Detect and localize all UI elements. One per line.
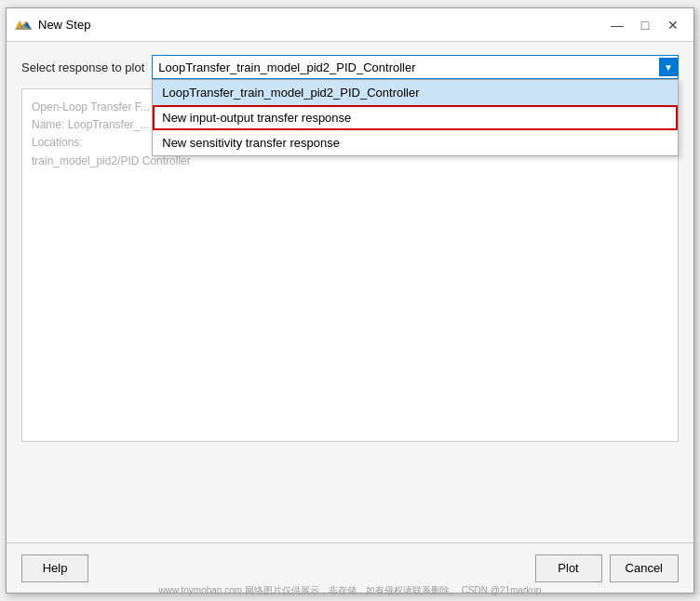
- main-window: New Step — □ ✕ Select response to plot L…: [6, 7, 694, 594]
- title-bar: New Step — □ ✕: [7, 8, 693, 42]
- dropdown-wrapper: LoopTransfer_train_model_pid2_PID_Contro…: [152, 55, 679, 79]
- minimize-button[interactable]: —: [604, 14, 630, 36]
- window-controls: — □ ✕: [604, 14, 686, 36]
- dropdown-menu: LoopTransfer_train_model_pid2_PID_Contro…: [152, 79, 679, 156]
- footer-left: Help: [21, 554, 88, 582]
- dropdown-button[interactable]: LoopTransfer_train_model_pid2_PID_Contro…: [152, 55, 679, 79]
- footer: Help Plot Cancel: [7, 542, 693, 593]
- cancel-button[interactable]: Cancel: [610, 554, 679, 582]
- select-label: Select response to plot: [21, 60, 144, 74]
- footer-right: Plot Cancel: [535, 554, 679, 582]
- dropdown-item-1[interactable]: New input-output transfer response: [153, 105, 678, 130]
- dropdown-item-2[interactable]: New sensitivity transfer response: [153, 130, 678, 155]
- maximize-button[interactable]: □: [632, 14, 658, 36]
- plot-button[interactable]: Plot: [535, 554, 602, 582]
- select-row: Select response to plot LoopTransfer_tra…: [21, 55, 679, 79]
- dropdown-selected-text: LoopTransfer_train_model_pid2_PID_Contro…: [158, 60, 659, 74]
- close-button[interactable]: ✕: [660, 14, 686, 36]
- app-icon: [14, 16, 33, 34]
- help-button[interactable]: Help: [21, 554, 88, 582]
- dropdown-arrow-icon: [659, 58, 678, 76]
- dropdown-item-0[interactable]: LoopTransfer_train_model_pid2_PID_Contro…: [153, 80, 678, 105]
- window-title: New Step: [38, 18, 604, 32]
- content-area: Select response to plot LoopTransfer_tra…: [7, 42, 693, 542]
